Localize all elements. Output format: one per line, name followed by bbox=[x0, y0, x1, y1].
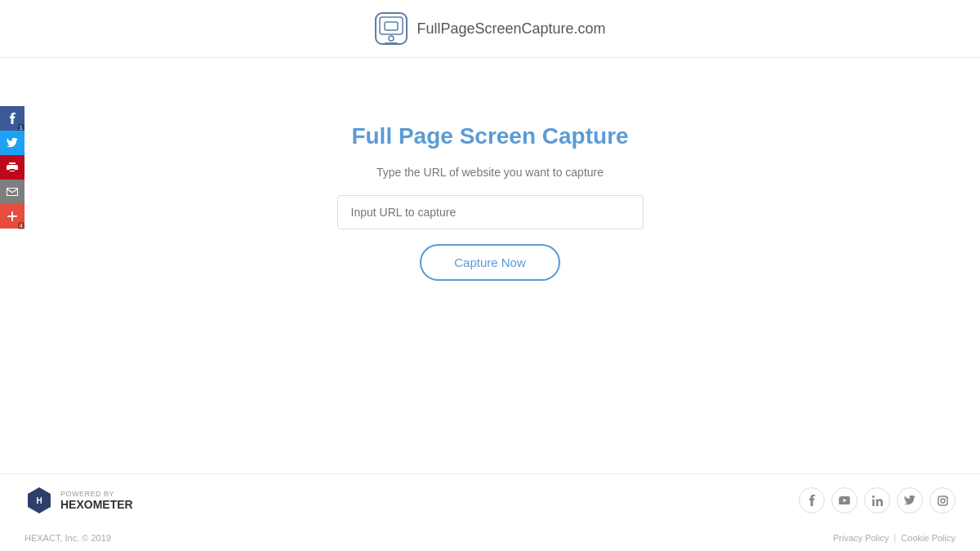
footer-brand-text: POWERED BY HEXOMETER bbox=[60, 490, 133, 512]
site-header: FullPageScreenCapture.com bbox=[0, 0, 980, 58]
capture-now-button[interactable]: Capture Now bbox=[420, 244, 560, 281]
url-input[interactable] bbox=[337, 195, 644, 229]
logo-icon bbox=[374, 11, 408, 46]
svg-rect-1 bbox=[380, 17, 403, 34]
logo-text: FullPageScreenCapture.com bbox=[416, 20, 605, 38]
svg-point-2 bbox=[389, 36, 394, 41]
brand-name: HEXOMETER bbox=[60, 498, 133, 511]
svg-point-8 bbox=[941, 499, 945, 503]
svg-rect-4 bbox=[385, 22, 398, 30]
footer-twitter-button[interactable] bbox=[897, 487, 923, 513]
footer-instagram-button[interactable] bbox=[929, 487, 956, 513]
facebook-share-button[interactable]: 1 bbox=[0, 106, 24, 131]
footer-facebook-button[interactable] bbox=[799, 487, 825, 513]
more-count: 4 bbox=[18, 222, 24, 229]
svg-point-9 bbox=[945, 497, 946, 498]
footer-linkedin-button[interactable] bbox=[864, 487, 890, 513]
twitter-share-button[interactable] bbox=[0, 131, 24, 155]
copyright-text: HEXACT, Inc. © 2019 bbox=[24, 533, 111, 543]
print-share-button[interactable] bbox=[0, 155, 24, 180]
privacy-policy-link[interactable]: Privacy Policy bbox=[833, 533, 889, 543]
footer-social-links bbox=[799, 487, 956, 513]
footer-bottom-row: HEXACT, Inc. © 2019 Privacy Policy | Coo… bbox=[0, 527, 980, 551]
powered-by-text: POWERED BY bbox=[60, 490, 133, 499]
site-footer: H POWERED BY HEXOMETER bbox=[0, 473, 980, 551]
page-subtitle: Type the URL of website you want to capt… bbox=[376, 166, 604, 179]
cookie-policy-link[interactable]: Cookie Policy bbox=[901, 533, 956, 543]
page-title: Full Page Screen Capture bbox=[351, 123, 628, 149]
links-separator: | bbox=[894, 533, 897, 543]
more-share-button[interactable]: 4 bbox=[0, 204, 24, 229]
social-sidebar: 1 4 bbox=[0, 106, 24, 229]
email-share-button[interactable] bbox=[0, 180, 24, 204]
site-logo-link[interactable]: FullPageScreenCapture.com bbox=[374, 11, 605, 46]
svg-text:H: H bbox=[36, 496, 42, 505]
main-content: Full Page Screen Capture Type the URL of… bbox=[0, 58, 980, 473]
hexometer-logo-icon: H bbox=[24, 486, 54, 515]
footer-youtube-button[interactable] bbox=[831, 487, 858, 513]
footer-main-row: H POWERED BY HEXOMETER bbox=[0, 473, 980, 527]
footer-policy-links: Privacy Policy | Cookie Policy bbox=[833, 533, 956, 543]
footer-logo: H POWERED BY HEXOMETER bbox=[24, 486, 133, 515]
